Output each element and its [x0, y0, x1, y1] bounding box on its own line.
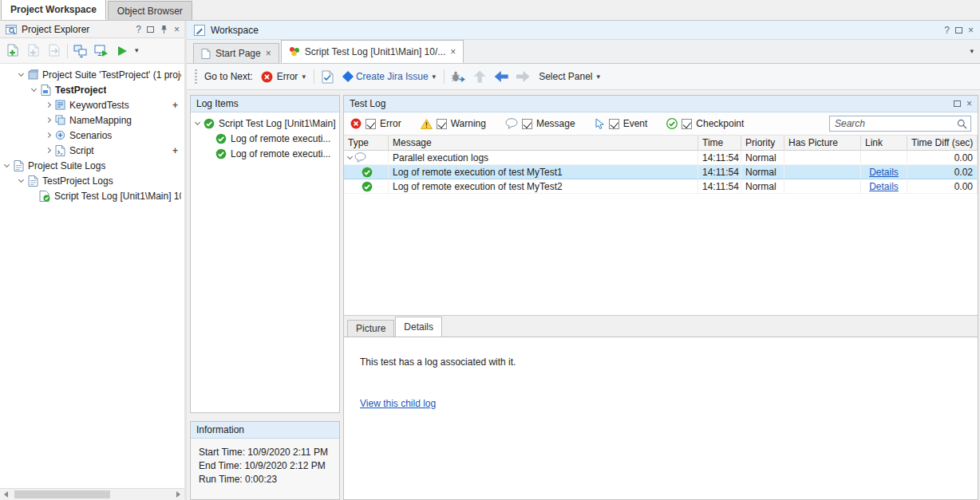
float-icon[interactable] [147, 26, 154, 33]
close-icon[interactable]: × [266, 49, 271, 58]
column-header-priority[interactable]: Priority [741, 136, 784, 151]
chevron-right-icon[interactable] [45, 116, 51, 122]
filter-checkbox-event[interactable] [609, 119, 619, 129]
log-items-caption: Log Items [191, 96, 339, 112]
filter-checkbox-checkpoint[interactable] [682, 119, 692, 129]
horizontal-scrollbar[interactable] [0, 488, 184, 500]
collapse-arrow-icon[interactable] [347, 153, 353, 159]
chevron-down-icon[interactable] [195, 119, 200, 124]
tab-list-dropdown-icon[interactable]: ▾ [970, 48, 974, 55]
details-link[interactable]: Details [869, 167, 899, 178]
tree-item-testproject[interactable]: TestProject [0, 82, 184, 97]
info-label: Run Time: [199, 474, 243, 485]
chevron-down-icon[interactable] [18, 70, 24, 76]
cell-link [861, 151, 907, 165]
column-header-link[interactable]: Link [861, 136, 907, 151]
go-up-icon[interactable] [472, 69, 488, 85]
tree-item-label: KeywordTests [69, 100, 129, 111]
column-header-time[interactable]: Time [698, 136, 741, 151]
filter-checkbox-message[interactable] [522, 119, 532, 129]
chevron-right-icon[interactable] [45, 101, 51, 107]
tree-item-script[interactable]: Script + [0, 143, 184, 158]
chevron-down-icon[interactable] [31, 85, 37, 91]
add-icon[interactable]: + [172, 145, 181, 156]
chevron-right-icon[interactable] [45, 147, 51, 152]
pin-icon[interactable] [160, 25, 168, 34]
column-header-message[interactable]: Message [389, 136, 698, 151]
details-link[interactable]: Details [869, 181, 899, 192]
add-icon[interactable]: + [172, 100, 181, 111]
filter-checkbox-error[interactable] [366, 119, 376, 129]
info-line: Run Time: 0:00:23 [199, 473, 331, 486]
tree-item-keywordtests[interactable]: KeywordTests + [0, 97, 184, 112]
tab-picture[interactable]: Picture [347, 320, 394, 337]
forward-icon[interactable] [515, 69, 531, 85]
filter-message[interactable]: Message [505, 118, 575, 129]
close-icon[interactable]: × [968, 26, 974, 35]
tab-script-test-log[interactable]: Script Test Log [Unit1\Main] 10/... × [281, 40, 464, 63]
search-input[interactable] [829, 116, 971, 132]
remote-run-button[interactable] [93, 43, 109, 59]
details-text: This test has a log associated with it. [360, 356, 978, 368]
run-options-dropdown-icon[interactable]: ▾ [135, 47, 139, 54]
export-log-button[interactable] [320, 69, 336, 85]
column-header-time-diff[interactable]: Time Diff (sec) [907, 136, 978, 151]
float-icon[interactable] [954, 100, 961, 107]
chevron-down-icon: ▾ [302, 73, 306, 81]
network-suite-button[interactable] [73, 43, 89, 59]
filter-checkbox-warning[interactable] [437, 119, 447, 129]
help-icon[interactable]: ? [136, 25, 141, 34]
create-jira-issue-button[interactable]: Create Jira Issue ▾ [342, 69, 438, 84]
search-icon[interactable] [957, 119, 967, 129]
tree-item-scenarios[interactable]: Scenarios [0, 128, 184, 143]
filter-warning[interactable]: Warning [421, 118, 486, 129]
table-row[interactable]: Log of remote execution of test MyTest2 … [344, 179, 978, 194]
tree-item-testproject-logs[interactable]: TestProject Logs [0, 173, 184, 188]
go-to-next-error-button[interactable]: Error ▾ [259, 69, 308, 85]
cell-priority: Normal [741, 179, 784, 194]
run-project-button[interactable] [114, 43, 130, 59]
table-row-selected[interactable]: Log of remote execution of test MyTest1 … [344, 165, 978, 179]
log-items-child[interactable]: Log of remote executi... [191, 131, 339, 146]
tab-start-page[interactable]: Start Page × [193, 43, 279, 63]
tab-details[interactable]: Details [395, 317, 442, 337]
chevron-down-icon[interactable] [4, 161, 10, 167]
info-value: 10/9/2020 2:11 PM [247, 447, 328, 458]
select-panel-label: Select Panel [539, 71, 592, 82]
help-icon[interactable]: ? [944, 26, 950, 35]
chevron-down-icon[interactable] [18, 176, 24, 182]
view-child-log-link[interactable]: View this child log [360, 398, 436, 409]
float-icon[interactable] [955, 27, 962, 33]
column-header-has-picture[interactable]: Has Picture [784, 136, 861, 151]
log-success-icon [38, 190, 51, 202]
close-icon[interactable]: × [966, 99, 972, 108]
tab-project-workspace[interactable]: Project Workspace [1, 0, 106, 20]
chevron-right-icon[interactable] [45, 132, 51, 137]
tree-item-script-test-log[interactable]: Script Test Log [Unit1\Main] 10/9 [0, 188, 184, 203]
back-icon[interactable] [493, 69, 509, 85]
tree-item-project-suite[interactable]: Project Suite 'TestProject' (1 project) [0, 67, 184, 82]
test-log-panel: Test Log × Error [343, 95, 978, 500]
filter-checkpoint[interactable]: Checkpoint [666, 118, 744, 129]
column-header-type[interactable]: Type [344, 136, 389, 151]
scroll-right-icon[interactable] [172, 490, 184, 500]
close-icon[interactable]: × [450, 47, 456, 57]
add-existing-item-button[interactable] [26, 43, 41, 59]
report-bug-icon[interactable] [450, 69, 466, 85]
log-items-root[interactable]: Script Test Log [Unit1\Main] [191, 116, 339, 131]
project-explorer-icon [5, 23, 18, 35]
export-item-button[interactable] [46, 43, 62, 59]
scroll-thumb[interactable] [14, 490, 110, 498]
add-new-item-button[interactable] [5, 43, 21, 59]
filter-error[interactable]: Error [350, 118, 401, 129]
table-row[interactable]: Parallel execution logs 14:11:54 Normal … [344, 151, 978, 165]
filter-event[interactable]: Event [595, 118, 648, 129]
close-icon[interactable]: × [174, 25, 180, 34]
scroll-left-icon[interactable] [0, 490, 12, 500]
tree-item-project-suite-logs[interactable]: Project Suite Logs [0, 158, 184, 173]
tree-item-namemapping[interactable]: NameMapping [0, 112, 184, 128]
tab-object-browser[interactable]: Object Browser [108, 1, 192, 20]
log-items-child[interactable]: Log of remote executi... [191, 146, 339, 161]
select-panel-button[interactable]: Select Panel ▾ [536, 69, 603, 84]
cell-time-diff: 0.00 [907, 151, 978, 165]
